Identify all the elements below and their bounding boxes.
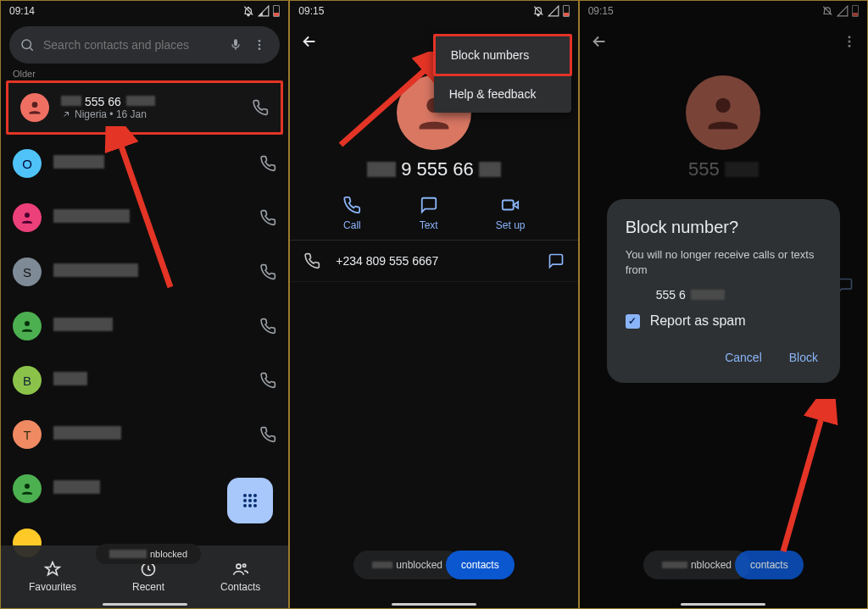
menu-help-feedback[interactable]: Help & feedback	[434, 75, 571, 113]
svg-point-11	[243, 499, 247, 502]
contact-avatar: B	[13, 366, 42, 395]
search-icon	[19, 37, 36, 53]
dialog-number: 555 6	[656, 288, 821, 302]
search-input[interactable]	[43, 38, 229, 52]
contact-avatar: T	[13, 420, 42, 449]
call-icon[interactable]	[259, 155, 276, 172]
snackbar-area: unblocked contacts	[290, 551, 577, 579]
status-bar: 09:14	[1, 1, 288, 21]
action-call[interactable]: Call	[342, 196, 361, 231]
snackbar-area: nblocked contacts	[580, 551, 867, 579]
svg-point-2	[259, 44, 261, 47]
svg-point-0	[22, 40, 31, 49]
mic-icon[interactable]	[229, 38, 246, 52]
message-icon[interactable]	[548, 252, 565, 269]
svg-point-18	[236, 564, 241, 568]
back-button[interactable]	[300, 32, 319, 51]
svg-point-16	[253, 504, 257, 507]
contacts-chip[interactable]: contacts	[446, 551, 515, 579]
dialog-body: You will no longer receive calls or text…	[626, 247, 821, 278]
checkbox-icon: ✓	[626, 314, 640, 329]
gesture-bar	[392, 603, 476, 606]
svg-point-15	[248, 504, 252, 507]
more-icon[interactable]	[253, 38, 270, 52]
recent-call-row[interactable]: 555 66 Nigeria • 16 Jan	[6, 80, 283, 135]
overflow-menu: Block numbers Help & feedback	[434, 35, 571, 113]
pane-contact-detail: 09:15 9 555 66 Call Text Set up +234 809…	[289, 0, 578, 609]
dialog-actions: Cancel Block	[626, 344, 821, 371]
action-text[interactable]: Text	[420, 196, 438, 231]
contact-avatar	[13, 312, 42, 340]
pane-recents: 09:14 Older 555 66	[0, 0, 289, 609]
report-spam-checkbox[interactable]: ✓ Report as spam	[626, 313, 821, 329]
snackbar: unblocked	[353, 551, 461, 579]
gesture-bar	[681, 603, 765, 606]
contact-avatar	[20, 93, 49, 122]
svg-point-5	[25, 213, 30, 218]
dialpad-fab[interactable]	[227, 478, 273, 523]
recent-call-row[interactable]: B	[1, 353, 288, 407]
action-setup[interactable]: Set up	[496, 196, 526, 231]
block-dialog: Block number? You will no longer receive…	[607, 199, 840, 383]
svg-point-7	[25, 484, 30, 489]
svg-point-3	[259, 47, 261, 50]
recent-call-row[interactable]	[1, 191, 288, 245]
status-bar: 09:15	[290, 1, 577, 21]
status-time: 09:14	[9, 5, 35, 17]
call-icon[interactable]	[259, 263, 276, 280]
call-icon[interactable]	[252, 99, 269, 116]
recent-call-row[interactable]: O	[1, 136, 288, 191]
svg-point-13	[253, 499, 257, 502]
signal-icon	[548, 5, 559, 17]
call-icon[interactable]	[259, 318, 276, 335]
pane-block-dialog: 09:15 555 Block number? You will no long…	[579, 0, 868, 609]
phone-number-row[interactable]: +234 809 555 6667	[290, 240, 577, 282]
contact-avatar: O	[13, 149, 42, 178]
svg-rect-21	[503, 201, 514, 210]
svg-point-19	[242, 564, 245, 567]
svg-point-1	[259, 40, 261, 42]
svg-point-12	[248, 499, 252, 502]
status-icons	[242, 5, 280, 17]
svg-point-14	[243, 504, 247, 507]
nav-contacts[interactable]: Contacts	[220, 561, 260, 593]
recent-call-row[interactable]: T	[1, 407, 288, 462]
dialog-title: Block number?	[626, 218, 821, 237]
block-button[interactable]: Block	[786, 344, 821, 371]
section-label: Older	[13, 69, 276, 79]
battery-icon	[273, 5, 280, 17]
status-time: 09:15	[298, 5, 324, 17]
action-row: Call Text Set up	[314, 196, 554, 231]
dnd-icon	[242, 5, 254, 17]
contact-avatar	[13, 203, 42, 232]
contact-avatar	[13, 474, 42, 503]
menu-block-numbers[interactable]: Block numbers	[433, 34, 572, 76]
search-bar[interactable]	[9, 26, 280, 64]
bottom-nav: Favourites nblocked Recent Contacts	[1, 545, 288, 608]
call-icon[interactable]	[259, 426, 276, 443]
row-text: 555 66 Nigeria • 16 Jan	[61, 95, 252, 120]
svg-point-8	[243, 494, 247, 497]
svg-point-6	[25, 321, 30, 326]
call-icon[interactable]	[259, 209, 276, 226]
cancel-button[interactable]: Cancel	[721, 344, 765, 371]
contact-avatar: S	[13, 257, 42, 286]
recent-call-row[interactable]: S	[1, 245, 288, 299]
dnd-icon	[532, 5, 544, 17]
call-icon[interactable]	[259, 372, 276, 389]
nav-recent[interactable]: nblocked Recent	[132, 561, 164, 593]
contacts-chip[interactable]: contacts	[735, 551, 804, 579]
outgoing-icon	[61, 109, 71, 119]
svg-point-4	[32, 102, 38, 108]
gesture-bar	[103, 603, 187, 606]
nav-favourites[interactable]: Favourites	[29, 561, 76, 593]
battery-icon	[563, 5, 570, 17]
svg-point-10	[253, 494, 257, 497]
contact-number: 9 555 66	[290, 158, 577, 180]
svg-point-9	[248, 494, 252, 497]
recent-call-row[interactable]	[1, 299, 288, 353]
signal-icon	[258, 5, 270, 17]
